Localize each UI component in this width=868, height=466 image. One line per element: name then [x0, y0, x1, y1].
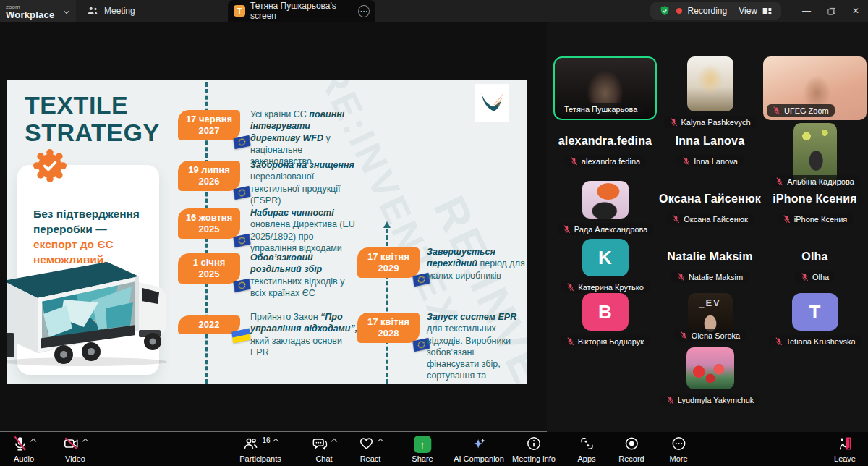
- participant-cell: Оксана ГайсенюкОксана Гайсенюк: [658, 181, 762, 235]
- participants-icon: [242, 436, 258, 452]
- timeline-text: Набирає чинності оновлена Директива (EU …: [250, 207, 360, 254]
- participant-video-tile[interactable]: [582, 181, 629, 219]
- mic-off-icon: [12, 436, 27, 452]
- toolbar-button-react[interactable]: React: [358, 436, 383, 463]
- meeting-main-area: RE:INVENTEX RE:INVENTEX TEXTILE: [0, 22, 868, 432]
- participant-name-label: Рада Александрова: [557, 223, 654, 235]
- chevron-up-icon[interactable]: [30, 439, 36, 444]
- participants-count-badge: 16: [262, 436, 270, 444]
- workplace-menu[interactable]: zoom Workplace: [0, 0, 76, 22]
- participant-name-text: Olena Soroka: [692, 331, 740, 340]
- participant-name-label: Olha: [795, 271, 835, 283]
- view-button[interactable]: View: [739, 6, 773, 16]
- participant-display-name: Natalie Maksim: [667, 250, 752, 263]
- toolbar-button-ai-companion[interactable]: AI Companion: [454, 436, 504, 463]
- toolbar-button-video[interactable]: Video: [63, 436, 88, 463]
- camera-off-icon: [63, 436, 80, 452]
- slide-title: TEXTILE STRATEGY: [25, 91, 160, 146]
- participant-name-text: Оксана Гайсенюк: [684, 215, 748, 224]
- participant-avatar[interactable]: B: [582, 293, 629, 331]
- tab-options-button[interactable]: ⋯: [358, 5, 370, 17]
- mic-muted-icon: [680, 331, 688, 340]
- participant-cell: Альбіна Кадирова: [762, 123, 867, 187]
- participant-video-tile[interactable]: Тетяна Пушкарьова: [553, 56, 657, 120]
- chevron-up-icon[interactable]: [82, 439, 88, 444]
- participant-display-name: alexandra.fedina: [558, 135, 652, 148]
- participant-video-tile[interactable]: UFEG Zoom: [763, 56, 867, 120]
- participant-name-label: Оксана Гайсенюк: [666, 213, 754, 225]
- timeline-text: Запуск систем EPR для текстильних відход…: [427, 311, 527, 384]
- eu-flag-icon: [233, 186, 251, 200]
- participant-name-label: Альбіна Кадирова: [770, 175, 860, 187]
- toolbar-button-apps[interactable]: Apps: [577, 436, 595, 463]
- toolbar-button-audio[interactable]: Audio: [12, 436, 35, 463]
- toolbar-button-label: More: [669, 454, 687, 463]
- meeting-tab-label: Meeting: [104, 6, 135, 16]
- toolbar-button-chat[interactable]: Chat: [312, 436, 336, 463]
- mic-muted-icon: [783, 215, 791, 224]
- participant-cell: Lyudmyla Yakymchuk: [658, 347, 762, 406]
- chevron-down-icon: [64, 7, 69, 13]
- participant-name-text: Tetiana Krushevska: [786, 337, 856, 346]
- heart-icon: [358, 436, 375, 452]
- participant-name-label: Olena Soroka: [674, 329, 746, 342]
- apps-icon: [579, 436, 595, 452]
- toolbar-button-label: Meeting info: [512, 454, 556, 463]
- titlebar: zoom Workplace Meeting T Тетяна Пушкарьо…: [0, 0, 868, 22]
- recording-indicator-dot: [676, 8, 682, 14]
- chevron-up-icon[interactable]: [378, 439, 383, 444]
- eu-flag-icon: [233, 279, 251, 293]
- tab-shared-screen[interactable]: T Тетяна Пушкарьова's screen ⋯: [228, 0, 375, 22]
- participant-name-text: iPhone Ксения: [794, 215, 848, 224]
- toolbar-button-label: Chat: [315, 454, 332, 463]
- participant-name-label: Вікторія Боднарук: [561, 335, 650, 347]
- minimize-button[interactable]: —: [794, 0, 819, 22]
- maximize-button[interactable]: [819, 0, 843, 22]
- participant-avatar[interactable]: K: [582, 239, 629, 276]
- participant-video-tile[interactable]: [687, 56, 733, 111]
- participant-cell: iPhone КсенияiPhone Ксения: [762, 181, 867, 235]
- toolbar-button-label: Record: [618, 454, 644, 463]
- participant-name-label: Natalie Maksim: [671, 271, 749, 283]
- participant-name-text: Вікторія Боднарук: [578, 337, 644, 346]
- toolbar-button-record[interactable]: Record: [618, 436, 644, 463]
- participant-name-text: Kalyna Pashkevych: [681, 118, 751, 127]
- chevron-up-icon[interactable]: [331, 439, 337, 444]
- participant-name-text: Inna Lanova: [694, 157, 738, 166]
- toolbar-button-share[interactable]: ↑Share: [412, 436, 433, 463]
- zoom-window: zoom Workplace Meeting T Тетяна Пушкарьо…: [0, 0, 868, 466]
- participant-video-tile[interactable]: [686, 347, 734, 389]
- truck-illustration: [7, 258, 178, 368]
- chevron-up-icon[interactable]: [273, 439, 278, 444]
- participants-row: KКатерина КрутькоNatalie MaksimNatalie M…: [553, 239, 867, 293]
- participants-row: Рада АлександроваОксана ГайсенюкОксана Г…: [553, 181, 867, 235]
- toolbar-button-meeting-info[interactable]: Meeting info: [512, 436, 556, 463]
- mic-muted-icon: [566, 283, 574, 292]
- more-icon: [671, 436, 686, 452]
- participants-row: BВікторія Боднарук_EVOlena SorokaTTetian…: [553, 293, 867, 347]
- participant-display-name: Olha: [801, 250, 827, 263]
- participant-avatar[interactable]: T: [792, 293, 838, 331]
- tab-meeting[interactable]: Meeting: [87, 0, 135, 22]
- participant-cell: UFEG Zoom: [762, 56, 867, 128]
- timeline-arrow-icon: [383, 221, 391, 228]
- eu-flag-icon: [233, 135, 251, 150]
- toolbar-button-participants[interactable]: 16Participants: [239, 436, 281, 463]
- video-background-text: _EV: [688, 297, 733, 308]
- timeline-date-pill: 1 січня2025: [178, 253, 240, 284]
- mic-muted-icon: [682, 157, 690, 166]
- shared-screen-tab-label: Тетяна Пушкарьова's screen: [250, 1, 353, 21]
- mic-muted-icon: [775, 177, 783, 186]
- timeline-date-pill: 17 квітня2029: [357, 247, 420, 278]
- security-shield-icon[interactable]: [659, 5, 671, 17]
- recording-label: Recording: [688, 6, 728, 16]
- participant-name-text: Olha: [812, 273, 829, 281]
- toolbar-button-more[interactable]: More: [669, 436, 687, 463]
- close-button[interactable]: ✕: [843, 0, 868, 22]
- toolbar-button-label: Video: [65, 454, 85, 463]
- toolbar-button-leave[interactable]: Leave: [834, 436, 856, 463]
- participant-cell: alexandra.fedinaalexandra.fedina: [553, 123, 658, 187]
- timeline-text: Обов’язковий роздільний збір текстильних…: [250, 252, 360, 299]
- mic-muted-icon: [672, 215, 680, 224]
- participant-cell: Рада Александрова: [553, 181, 658, 235]
